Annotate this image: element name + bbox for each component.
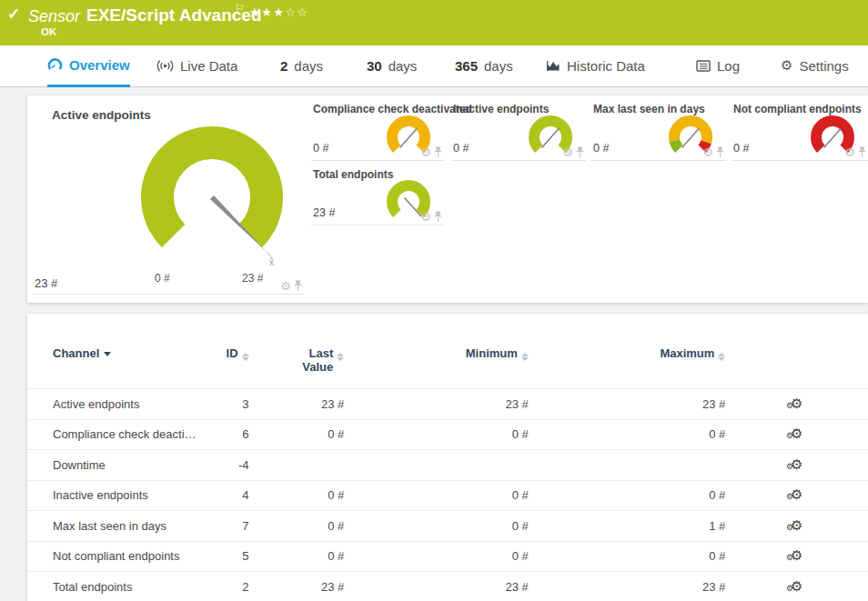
flag-icon[interactable]: ⚐ [235, 2, 245, 15]
gauge-scale-min: 0 # [155, 272, 170, 285]
tab-30-days[interactable]: 30 days [367, 45, 417, 87]
channel-maximum: 0 # [529, 549, 726, 563]
channel-id: -4 [222, 458, 249, 472]
channel-name[interactable]: Total endpoints [53, 580, 222, 594]
channel-settings-icon[interactable]: ⚙⚙ [791, 580, 802, 593]
gauge-dial: x̄ [135, 123, 289, 266]
tab-label: Log [717, 58, 740, 74]
channel-name[interactable]: Max last seen in days [53, 519, 222, 533]
channel-last-value: 0 # [249, 488, 345, 502]
tab-bar: Overview Live Data 2 days 30 days 365 da… [0, 45, 868, 87]
channel-maximum: 23 # [529, 397, 726, 411]
pin-icon[interactable] [434, 146, 442, 158]
tab-number: 365 [455, 58, 478, 74]
priority-stars[interactable]: ★★★☆☆ [249, 5, 309, 19]
sensor-header: ✓ Sensor EXE/Script Advanced ⚐ ★★★☆☆ OK [0, 0, 868, 45]
gauge-icon [47, 57, 63, 73]
gauge-not-compliant-endpoints: Not compliant endpoints 0 # ⚙ [732, 101, 868, 161]
channel-name[interactable]: Inactive endpoints [53, 488, 222, 502]
table-row: Active endpoints 3 23 # 23 # 23 # ⚙⚙ [27, 388, 868, 419]
gauges-panel: Active endpoints x̄ 0 # 23 # 23 # ⚙ Comp… [27, 95, 868, 303]
tab-settings[interactable]: ⚙ Settings [781, 45, 849, 87]
channel-settings-icon[interactable]: ⚙⚙ [791, 549, 802, 562]
channels-panel: Channel ID Last Value Minimum Maximum Ac… [27, 314, 868, 601]
area-chart-icon [546, 59, 560, 72]
log-icon [696, 60, 711, 72]
channel-last-value: 0 # [249, 427, 345, 441]
pin-icon[interactable] [858, 146, 866, 158]
sensor-status-badge: OK [41, 26, 56, 37]
channel-minimum: 0 # [344, 519, 529, 533]
gauge-value: 0 # [593, 142, 609, 155]
table-header-row: Channel ID Last Value Minimum Maximum [27, 346, 868, 388]
tab-label: Historic Data [567, 58, 645, 74]
column-header-last-value[interactable]: Last Value [249, 346, 345, 374]
gear-icon: ⚙ [781, 57, 792, 74]
channel-settings-icon[interactable]: ⚙⚙ [791, 458, 802, 471]
pin-icon[interactable] [716, 146, 724, 158]
tab-label: days [294, 58, 323, 74]
ok-check-icon: ✓ [7, 5, 20, 24]
table-row: Total endpoints 2 23 # 23 # 23 # ⚙⚙ [27, 571, 868, 601]
channel-id: 7 [222, 519, 249, 533]
gauge-settings-icon[interactable]: ⚙ [562, 146, 573, 158]
channel-last-value: 0 # [249, 549, 345, 563]
gauge-total-endpoints: Total endpoints 23 # ⚙ [311, 166, 444, 225]
table-row: Inactive endpoints 4 0 # 0 # 0 # ⚙⚙ [27, 480, 868, 511]
gauge-settings-icon[interactable]: ⚙ [280, 280, 291, 292]
tab-live-data[interactable]: Live Data [156, 45, 237, 87]
tab-overview[interactable]: Overview [47, 45, 130, 87]
gauge-max-last-seen-in-days: Max last seen in days 0 # ⚙ [591, 101, 726, 161]
gauge-settings-icon[interactable]: ⚙ [844, 146, 855, 158]
pin-icon[interactable] [576, 146, 584, 158]
channel-name[interactable]: Not compliant endpoints [53, 549, 222, 563]
tab-label: days [484, 58, 513, 74]
broadcast-icon [156, 59, 174, 73]
gauge-needle [824, 129, 842, 148]
pin-icon[interactable] [294, 280, 302, 292]
channel-id: 5 [222, 549, 249, 563]
tab-label: days [389, 58, 418, 74]
column-header-maximum[interactable]: Maximum [529, 346, 726, 361]
column-header-channel[interactable]: Channel [53, 346, 222, 360]
gauge-settings-icon[interactable]: ⚙ [420, 211, 431, 223]
channel-settings-icon[interactable]: ⚙⚙ [791, 519, 802, 532]
tab-log[interactable]: Log [696, 45, 740, 87]
sort-desc-icon [104, 352, 111, 356]
sort-icon [337, 353, 344, 361]
channel-minimum: 0 # [344, 549, 529, 563]
channel-maximum: 1 # [529, 519, 726, 533]
tab-365-days[interactable]: 365 days [455, 45, 513, 87]
channel-name[interactable]: Compliance check deacti… [53, 427, 222, 441]
channel-maximum: 0 # [529, 427, 726, 441]
channel-minimum: 23 # [344, 397, 529, 411]
tab-2-days[interactable]: 2 days [280, 45, 323, 87]
avg-marker: x̄ [269, 257, 274, 266]
gauge-value: 0 # [733, 142, 749, 155]
gauge-value: 0 # [453, 142, 469, 155]
channel-id: 3 [222, 397, 249, 411]
gauge-settings-icon[interactable]: ⚙ [702, 146, 713, 158]
channel-settings-icon[interactable]: ⚙⚙ [791, 427, 802, 440]
gauge-needle [400, 129, 418, 148]
sort-icon [242, 353, 249, 361]
channel-last-value: 0 # [249, 519, 345, 533]
channel-minimum: 23 # [344, 580, 529, 594]
channel-settings-icon[interactable]: ⚙⚙ [791, 397, 802, 410]
column-header-id[interactable]: ID [222, 346, 249, 361]
tab-historic-data[interactable]: Historic Data [546, 45, 645, 87]
channel-name[interactable]: Active endpoints [53, 397, 222, 411]
channel-name[interactable]: Downtime [53, 458, 222, 472]
gauge-value: 23 # [35, 276, 57, 290]
column-header-minimum[interactable]: Minimum [344, 346, 529, 361]
channel-settings-icon[interactable]: ⚙⚙ [791, 488, 802, 501]
gauge-arc-green [674, 141, 679, 149]
pin-icon[interactable] [434, 211, 442, 223]
channel-id: 2 [222, 580, 249, 594]
tab-label: Overview [69, 57, 130, 73]
gauge-value: 0 # [313, 142, 328, 155]
table-row: Max last seen in days 7 0 # 0 # 1 # ⚙⚙ [27, 510, 868, 541]
tab-label: Settings [799, 58, 848, 74]
gauge-needle [542, 129, 560, 148]
gauge-settings-icon[interactable]: ⚙ [420, 146, 431, 158]
